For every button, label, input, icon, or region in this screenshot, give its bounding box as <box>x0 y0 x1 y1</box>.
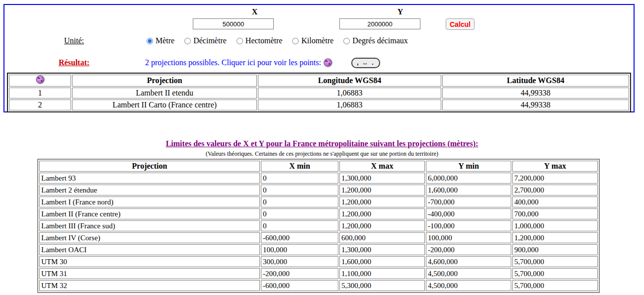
table-cell: Lambert II (France centre) <box>39 208 260 219</box>
limits-header-ymax: Y max <box>512 161 598 172</box>
table-cell: -600,000 <box>261 280 338 291</box>
coordinate-labels-row: X Y <box>4 7 634 17</box>
unit-radio-label: Mètre <box>156 36 174 45</box>
table-cell: 0 <box>261 208 338 219</box>
unit-radio-kilometre[interactable]: Kilomètre <box>292 36 333 45</box>
results-table-body: 1Lambert II etendu1,0688344,993382Lamber… <box>9 88 629 110</box>
table-cell: UTM 30 <box>39 256 260 267</box>
table-cell: 1,600,000 <box>426 185 511 196</box>
limits-header-xmin: X min <box>261 161 338 172</box>
table-row: 2Lambert II Carto (France centre)1,06883… <box>9 99 629 110</box>
table-cell: 1,200,000 <box>339 220 425 231</box>
table-cell: 1,600,000 <box>339 256 425 267</box>
conversion-panel: X Y Calcul Unité: Mètre Décimètre Hectom… <box>3 4 635 112</box>
limits-title: Limites des valeurs de X et Y pour la Fr… <box>0 139 644 148</box>
result-label: Résultat: <box>59 58 89 67</box>
table-cell: 1,200,000 <box>339 197 425 207</box>
table-row: Lambert III (France sud)01,200,000-100,0… <box>39 220 598 231</box>
radio-button-icon[interactable] <box>237 38 243 44</box>
table-cell: 5,300,000 <box>339 280 425 291</box>
table-cell: 4,600,000 <box>426 256 511 267</box>
globe-icon <box>36 75 45 84</box>
table-row: Lambert IV (Corse)-600,000600,000100,000… <box>39 232 598 243</box>
table-cell: 100,000 <box>261 244 338 255</box>
limits-header-ymin: Y min <box>426 161 511 172</box>
limits-table: Projection X min X max Y min Y max Lambe… <box>37 159 600 293</box>
table-cell: 0 <box>261 173 338 184</box>
table-cell: Lambert 93 <box>39 173 260 184</box>
unit-radio-label: Décimètre <box>193 36 227 45</box>
table-cell: -200,000 <box>261 268 338 279</box>
table-cell: 7,200,000 <box>512 173 598 184</box>
results-header-latitude: Latitude WGS84 <box>442 75 629 87</box>
table-cell: 1,200,000 <box>339 208 425 219</box>
result-points-link[interactable]: 2 projections possibles. Cliquer ici pou… <box>145 58 321 67</box>
table-cell: Lambert I (France nord) <box>39 197 260 207</box>
table-cell: 100,000 <box>426 232 511 243</box>
x-input[interactable] <box>193 18 274 29</box>
table-cell: 5,700,000 <box>512 280 598 291</box>
unit-radio-degres-decimaux[interactable]: Degrés décimaux <box>343 36 408 45</box>
table-cell: Lambert III (France sud) <box>39 220 260 231</box>
unit-row: Unité: Mètre Décimètre Hectomètre Kilomè… <box>4 35 634 46</box>
results-header-icon-cell <box>9 75 71 87</box>
table-cell: 1,300,000 <box>339 244 425 255</box>
results-header-projection: Projection <box>72 75 257 87</box>
table-cell: 1,100,000 <box>339 268 425 279</box>
table-cell: Lambert OACI <box>39 244 260 255</box>
table-cell: 0 <box>261 185 338 196</box>
table-row: Lambert I (France nord)01,200,000-700,00… <box>39 197 598 207</box>
results-header-row: Projection Longitude WGS84 Latitude WGS8… <box>9 75 629 87</box>
table-cell: Lambert 2 étendue <box>39 185 260 196</box>
table-cell: 4,500,000 <box>426 268 511 279</box>
y-input[interactable] <box>339 18 420 29</box>
table-cell: 1,300,000 <box>339 173 425 184</box>
unit-radio-label: Hectomètre <box>245 36 283 45</box>
unit-label-cell: Unité: <box>4 36 144 45</box>
limits-header-xmax: X max <box>339 161 425 172</box>
table-cell: Lambert II etendu <box>72 88 257 98</box>
table-cell: 1,200,000 <box>512 232 598 243</box>
result-row: Résultat: 2 projections possibles. Cliqu… <box>4 57 634 69</box>
table-cell: -600,000 <box>261 232 338 243</box>
unit-radio-hectometre[interactable]: Hectomètre <box>237 36 283 45</box>
table-row: Lambert II (France centre)01,200,000-400… <box>39 208 598 219</box>
table-cell: 1 <box>9 88 71 98</box>
table-cell: 2 <box>9 99 71 110</box>
table-row: Lambert OACI100,0001,300,000-200,000900,… <box>39 244 598 255</box>
calcul-button[interactable]: Calcul <box>446 18 475 30</box>
y-label: Y <box>359 7 441 16</box>
table-cell: 4,500,000 <box>426 280 511 291</box>
table-cell: 44,99338 <box>442 99 629 110</box>
table-cell: 6,000,000 <box>426 173 511 184</box>
table-cell: 400,000 <box>512 197 598 207</box>
table-cell: 1,06883 <box>258 99 441 110</box>
table-cell: 1,200,000 <box>339 185 425 196</box>
unit-radio-group: Mètre Décimètre Hectomètre Kilomètre Deg… <box>144 36 418 45</box>
radio-button-icon[interactable] <box>147 38 153 44</box>
radio-button-icon[interactable] <box>184 38 191 44</box>
results-header-longitude: Longitude WGS84 <box>258 75 441 87</box>
table-row: UTM 31-200,0001,100,0004,500,0005,700,00… <box>39 268 598 279</box>
unit-label: Unité: <box>64 36 84 45</box>
unit-radio-label: Degrés décimaux <box>352 36 408 45</box>
unit-radio-decimetre[interactable]: Décimètre <box>184 36 227 45</box>
decimal-separator-toggle-button[interactable]: , ↔ . <box>351 58 380 68</box>
table-cell: -200,000 <box>426 244 511 255</box>
table-cell: -400,000 <box>426 208 511 219</box>
x-label: X <box>214 7 296 16</box>
radio-button-icon[interactable] <box>343 38 350 44</box>
limits-table-body: Lambert 9301,300,0006,000,0007,200,000La… <box>39 173 598 291</box>
coordinate-inputs-row: Calcul <box>4 18 634 30</box>
table-cell: 5,700,000 <box>512 256 598 267</box>
table-cell: UTM 32 <box>39 280 260 291</box>
results-table: Projection Longitude WGS84 Latitude WGS8… <box>7 73 631 112</box>
table-cell: 5,700,000 <box>512 268 598 279</box>
table-cell: Lambert II Carto (France centre) <box>72 99 257 110</box>
table-cell: 600,000 <box>339 232 425 243</box>
table-row: UTM 32-600,0005,300,0004,500,0005,700,00… <box>39 280 598 291</box>
radio-button-icon[interactable] <box>292 38 299 44</box>
table-row: Lambert 2 étendue01,200,0001,600,0002,70… <box>39 185 598 196</box>
globe-icon[interactable] <box>323 58 332 67</box>
unit-radio-metre[interactable]: Mètre <box>147 36 174 45</box>
